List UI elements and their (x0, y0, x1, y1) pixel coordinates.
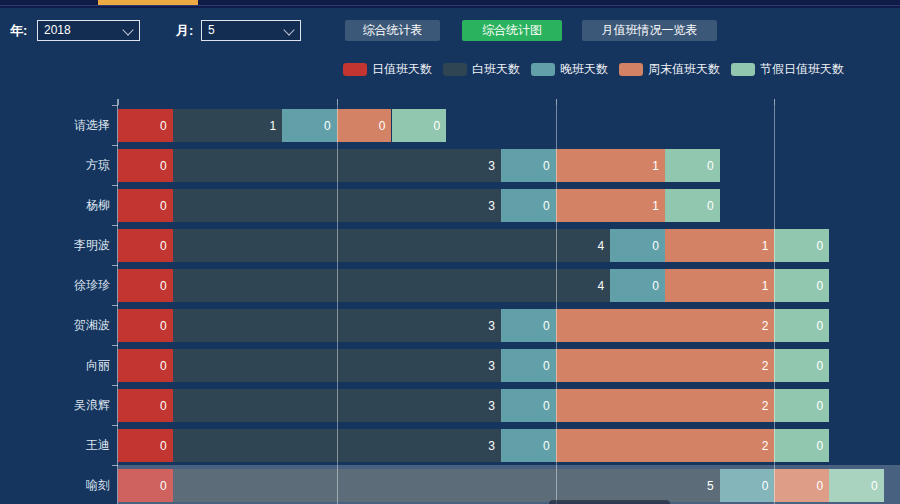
bar-segment[interactable]: 0 (118, 429, 173, 462)
bar-value-label: 0 (543, 149, 550, 182)
bar-value-label: 3 (488, 389, 495, 422)
bar-value-label: 0 (379, 109, 386, 142)
bar-value-label: 0 (816, 389, 823, 422)
bar-value-label: 1 (269, 109, 276, 142)
bar-segment[interactable]: 0 (774, 269, 829, 302)
axis-pointer-shadow (118, 465, 900, 504)
bar-segment[interactable]: 0 (774, 309, 829, 342)
category-label: 王迪 (0, 429, 110, 462)
bar-value-label: 0 (160, 189, 167, 222)
bar-segment[interactable]: 0 (774, 349, 829, 382)
bar-segment[interactable]: 4 (173, 269, 611, 302)
y-axis-tick (112, 385, 118, 386)
bar-segment[interactable]: 0 (118, 309, 173, 342)
bar-segment[interactable]: 0 (501, 309, 556, 342)
y-axis-tick (112, 305, 118, 306)
bar-segment[interactable]: 0 (501, 189, 556, 222)
bar-segment[interactable]: 0 (118, 109, 173, 142)
bar-value-label: 0 (160, 229, 167, 262)
bar-segment[interactable]: 1 (556, 189, 665, 222)
y-axis-tick (112, 185, 118, 186)
tooltip-edge (549, 500, 670, 504)
y-axis-tick (112, 225, 118, 226)
bar-value-label: 2 (762, 309, 769, 342)
bar-value-label: 0 (652, 269, 659, 302)
gridline (556, 105, 557, 504)
bar-value-label: 2 (762, 429, 769, 462)
bar-value-label: 4 (598, 229, 605, 262)
bar-value-label: 0 (816, 309, 823, 342)
bar-value-label: 0 (707, 189, 714, 222)
bar-segment[interactable]: 2 (556, 429, 775, 462)
category-label: 方琼 (0, 149, 110, 182)
bar-segment[interactable]: 0 (665, 189, 720, 222)
bar-value-label: 2 (762, 389, 769, 422)
bar-value-label: 0 (160, 309, 167, 342)
bar-segment[interactable]: 0 (118, 269, 173, 302)
category-label: 杨柳 (0, 189, 110, 222)
bar-segment[interactable]: 1 (665, 229, 774, 262)
bar-value-label: 3 (488, 189, 495, 222)
bar-value-label: 0 (652, 229, 659, 262)
bar-segment[interactable]: 2 (556, 309, 775, 342)
bar-value-label: 3 (488, 429, 495, 462)
gridline (337, 105, 338, 504)
bar-segment[interactable]: 0 (282, 109, 337, 142)
bar-value-label: 0 (816, 229, 823, 262)
bar-segment[interactable]: 0 (501, 149, 556, 182)
bar-value-label: 4 (598, 269, 605, 302)
bar-value-label: 0 (434, 109, 441, 142)
bar-segment[interactable]: 0 (118, 229, 173, 262)
category-label: 李明波 (0, 229, 110, 262)
stacked-bar-chart: 请选择01000方琼03010杨柳03010李明波04010徐珍珍04010贺湘… (0, 0, 900, 504)
bar-segment[interactable]: 0 (665, 149, 720, 182)
bar-value-label: 0 (160, 349, 167, 382)
category-label: 请选择 (0, 109, 110, 142)
bar-segment[interactable]: 2 (556, 349, 775, 382)
bar-segment[interactable]: 0 (610, 269, 665, 302)
bar-value-label: 3 (488, 349, 495, 382)
category-label: 吴浪辉 (0, 389, 110, 422)
bar-value-label: 0 (816, 269, 823, 302)
bar-segment[interactable]: 1 (173, 109, 282, 142)
bar-segment[interactable]: 0 (118, 349, 173, 382)
bar-value-label: 0 (543, 349, 550, 382)
bar-segment[interactable]: 0 (774, 389, 829, 422)
bar-value-label: 0 (160, 269, 167, 302)
category-label: 徐珍珍 (0, 269, 110, 302)
x-axis-tick (118, 99, 119, 105)
y-axis-tick (112, 425, 118, 426)
category-label: 喻刻 (0, 469, 110, 502)
bar-segment[interactable]: 1 (665, 269, 774, 302)
bar-value-label: 1 (762, 229, 769, 262)
bar-value-label: 0 (816, 349, 823, 382)
bar-value-label: 1 (652, 189, 659, 222)
bar-segment[interactable]: 0 (501, 349, 556, 382)
y-axis-tick (112, 105, 118, 106)
bar-segment[interactable]: 0 (501, 429, 556, 462)
bar-segment[interactable]: 0 (392, 109, 447, 142)
bar-segment[interactable]: 0 (774, 229, 829, 262)
bar-segment[interactable]: 0 (118, 389, 173, 422)
bar-segment[interactable]: 4 (173, 229, 611, 262)
bar-segment[interactable]: 0 (118, 149, 173, 182)
y-axis-tick (112, 345, 118, 346)
bar-segment[interactable]: 0 (774, 429, 829, 462)
bar-segment[interactable]: 0 (337, 109, 392, 142)
bar-value-label: 0 (160, 429, 167, 462)
bar-value-label: 3 (488, 309, 495, 342)
bar-segment[interactable]: 1 (556, 149, 665, 182)
bar-value-label: 1 (762, 269, 769, 302)
bar-value-label: 3 (488, 149, 495, 182)
bar-segment[interactable]: 2 (556, 389, 775, 422)
bar-value-label: 1 (652, 149, 659, 182)
bar-segment[interactable]: 0 (610, 229, 665, 262)
bar-value-label: 0 (543, 189, 550, 222)
bar-value-label: 0 (160, 149, 167, 182)
bar-segment[interactable]: 0 (501, 389, 556, 422)
category-label: 向丽 (0, 349, 110, 382)
bar-value-label: 0 (816, 429, 823, 462)
y-axis-tick (112, 265, 118, 266)
bar-segment[interactable]: 0 (118, 189, 173, 222)
bar-value-label: 0 (324, 109, 331, 142)
